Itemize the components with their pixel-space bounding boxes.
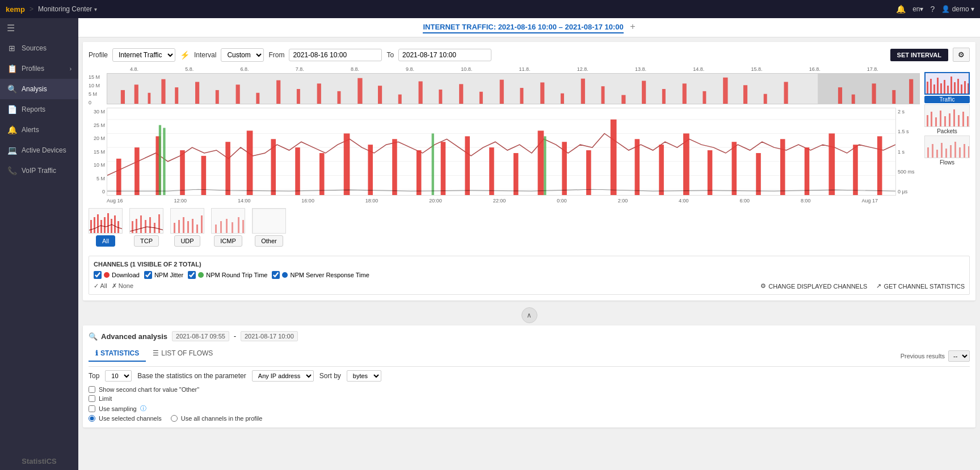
svg-rect-132 (964, 81, 966, 95)
mini-chart-packets[interactable]: Packets (924, 104, 970, 134)
svg-rect-54 (225, 142, 230, 195)
use-all-channels-option[interactable]: Use all channels in the profile (171, 415, 263, 422)
svg-rect-71 (635, 139, 640, 195)
protocol-other-button[interactable]: Other (255, 235, 283, 247)
svg-rect-8 (216, 90, 219, 104)
overview-date-3: 6.8. (241, 66, 249, 72)
sidebar-label-analysis: Analysis (22, 85, 47, 93)
get-channel-statistics-button[interactable]: ↗ GET CHANNEL STATISTICS (876, 282, 965, 290)
top-select[interactable]: 10 (105, 370, 132, 382)
svg-rect-31 (683, 83, 687, 104)
sidebar-item-voip[interactable]: 📞 VoIP Traffic (0, 160, 78, 181)
collapse-button[interactable]: ∧ (521, 307, 537, 323)
change-displayed-channels-button[interactable]: ⚙ CHANGE DISPLAYED CHANNELS (760, 282, 867, 290)
svg-rect-117 (238, 217, 239, 234)
sidebar-item-sources[interactable]: ⊞ Sources (0, 38, 78, 58)
channel-jitter-checkbox[interactable] (144, 271, 152, 279)
channel-download: Download (94, 271, 140, 279)
svg-rect-79 (828, 133, 835, 195)
select-none-channels[interactable]: ✗ None (112, 282, 133, 290)
overview-date-12: 15.8. (751, 66, 762, 72)
channels-section: CHANNELS (1 VISIBLE OF 2 TOTAL) Download… (89, 256, 970, 295)
tab-list-of-flows[interactable]: ☰ LIST OF FLOWS (146, 346, 220, 362)
active-devices-icon: 💻 (7, 146, 17, 155)
chart-settings-button[interactable]: ⚙ (953, 48, 970, 62)
svg-rect-35 (764, 94, 767, 104)
main-yaxis-7: 0 (89, 189, 105, 194)
profile-select[interactable]: Internet Traffic (112, 48, 175, 62)
user-menu[interactable]: 👤 demo ▾ (941, 5, 974, 13)
limit-checkbox[interactable] (89, 395, 95, 402)
svg-rect-84 (432, 133, 434, 195)
base-param-select[interactable]: Any IP address (252, 370, 314, 382)
svg-rect-14 (337, 91, 340, 104)
sidebar-item-reports[interactable]: 📄 Reports (0, 99, 78, 120)
protocol-icmp[interactable]: ICMP (211, 208, 245, 247)
limit-option[interactable]: Limit (89, 395, 970, 402)
svg-rect-151 (950, 145, 952, 158)
xaxis-13: Aug 17 (861, 198, 878, 204)
protocol-udp[interactable]: UDP (170, 208, 204, 247)
sort-by-select[interactable]: bytes (347, 370, 381, 382)
svg-rect-17 (398, 95, 402, 104)
set-interval-button[interactable]: SET INTERVAL (890, 49, 948, 61)
select-all-channels[interactable]: ✓ All (94, 282, 107, 290)
sidebar-item-active-devices[interactable]: 💻 Active Devices (0, 140, 78, 160)
language-selector[interactable]: en▾ (912, 5, 923, 13)
hamburger-menu[interactable]: ☰ (0, 18, 78, 38)
overview-yaxis-1: 15 M (89, 74, 107, 80)
main-chart[interactable] (107, 108, 896, 196)
stats-icon: ↗ (876, 282, 881, 290)
protocol-all[interactable]: All (89, 208, 123, 247)
tab-statistics[interactable]: ℹ STATISTICS (89, 346, 146, 362)
second-chart-option[interactable]: Show second chart for value "Other" (89, 386, 970, 393)
mini-chart-flows[interactable]: Flows (924, 136, 970, 166)
channel-round-checkbox[interactable] (188, 271, 196, 279)
advanced-search-icon: 🔍 (89, 332, 98, 341)
sidebar-item-analysis[interactable]: 🔍 Analysis (0, 79, 78, 99)
use-sampling-option[interactable]: Use sampling ⓘ (89, 404, 970, 413)
from-date-input[interactable] (289, 49, 382, 61)
svg-rect-22 (500, 80, 504, 104)
svg-rect-89 (97, 214, 99, 234)
add-tab-button[interactable]: + (630, 22, 635, 31)
sampling-info-icon[interactable]: ⓘ (140, 404, 146, 413)
sidebar-label-active-devices: Active Devices (22, 146, 66, 154)
overview-date-7: 10.8. (461, 66, 472, 72)
svg-rect-128 (950, 77, 952, 95)
sidebar-item-alerts[interactable]: 🔔 Alerts (0, 120, 78, 140)
right-yaxis-3: 1 s (898, 149, 920, 155)
overview-chart[interactable] (107, 73, 920, 104)
mini-chart-traffic[interactable]: Traffic (924, 72, 970, 103)
use-selected-radio[interactable] (89, 415, 95, 422)
advanced-date-to[interactable]: 2021-08-17 10:00 (241, 331, 298, 341)
advanced-date-from[interactable]: 2021-08-17 09:55 (172, 331, 229, 341)
protocol-other[interactable]: Other (252, 208, 286, 247)
interval-select[interactable]: Custom (221, 48, 264, 62)
bell-icon[interactable]: 🔔 (896, 5, 906, 14)
svg-rect-141 (953, 109, 955, 127)
to-date-input[interactable] (398, 49, 491, 61)
prev-results-select[interactable]: -- (948, 350, 970, 362)
help-icon[interactable]: ? (930, 5, 935, 14)
topbar-caret[interactable]: ▾ (94, 6, 97, 12)
overview-date-11: 14.8. (693, 66, 704, 72)
protocol-icmp-button[interactable]: ICMP (214, 235, 242, 247)
protocol-tcp[interactable]: TCP (129, 208, 163, 247)
protocol-tcp-button[interactable]: TCP (134, 235, 159, 247)
use-all-radio[interactable] (171, 415, 178, 422)
xaxis-3: 14:00 (238, 198, 251, 204)
svg-rect-60 (368, 145, 373, 195)
use-sampling-checkbox[interactable] (89, 405, 95, 412)
sidebar-item-profiles[interactable]: 📋 Profiles › (0, 58, 78, 79)
protocol-all-button[interactable]: All (96, 235, 115, 247)
protocol-udp-button[interactable]: UDP (174, 235, 200, 247)
use-selected-channels-option[interactable]: Use selected channels (89, 415, 162, 422)
page-title: INTERNET TRAFFIC: 2021-08-16 10:00 – 202… (423, 23, 623, 33)
second-chart-checkbox[interactable] (89, 386, 95, 393)
limit-label: Limit (99, 395, 112, 402)
channel-server-checkbox[interactable] (272, 271, 280, 279)
statistics-label: StatistiCS (19, 455, 58, 468)
previous-results: Previous results -- (901, 350, 970, 362)
channel-download-checkbox[interactable] (94, 271, 102, 279)
